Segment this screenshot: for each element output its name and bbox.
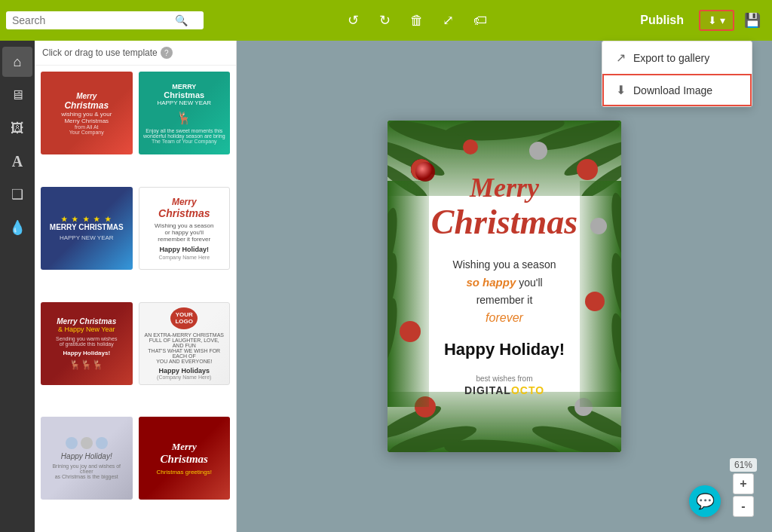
card-content: Merry Christmas Wishing you a season so … [431,121,577,396]
search-input[interactable] [12,14,170,26]
brand-octo: OCTO [511,384,544,396]
template-item-7[interactable]: Happy Holiday! Brining you joy and wishe… [41,417,133,500]
card-best-wishes-text: best wishes from [476,375,532,383]
help-icon[interactable]: ? [161,47,173,59]
chat-icon: 💬 [696,492,715,510]
svg-point-23 [400,321,421,342]
template-panel: Click or drag to use template ? Merry Ch… [35,41,237,532]
image-icon: 🖼 [11,121,24,136]
delete-button[interactable]: 🗑 [403,7,430,34]
chat-bubble-button[interactable]: 💬 [689,485,721,517]
download-dropdown-button[interactable]: ⬇ ▾ [699,10,734,31]
main-toolbar: 🔍 ↺ ↻ 🗑 ⤢ 🏷 Publish ⬇ ▾ 💾 [0,0,772,41]
template-item-2[interactable]: MERRY Christmas HAPPY NEW YEAR 🦌 Enjoy a… [139,72,231,154]
redo-button[interactable]: ↻ [372,7,399,34]
sidebar-image-button[interactable]: 🖼 [2,113,32,143]
template-item-5[interactable]: Merry Christmas & Happy New Year Sending… [41,302,133,385]
template-item-3[interactable]: ★ ★ ★ ★ ★ MERRY CHRISTMAS HAPPY NEW YEAR [41,187,133,270]
svg-point-25 [608,252,621,321]
text-icon: A [12,153,23,170]
layers-icon: ❑ [11,186,23,203]
monitor-icon: 🖥 [11,87,24,103]
search-icon: 🔍 [175,14,188,26]
christmas-card[interactable]: Merry Christmas Wishing you a season so … [388,121,621,452]
tag-button[interactable]: 🏷 [467,7,494,34]
download-arrow-icon: ⬇ [708,14,717,26]
card-wishing-text: Wishing you a season so happy you'll rem… [453,256,556,327]
svg-point-22 [388,297,401,366]
publish-button[interactable]: Publish [630,9,694,32]
download-image-icon: ⬇ [616,83,626,97]
card-brand-text: DIGITALOCTO [464,384,544,396]
svg-point-28 [590,218,607,234]
sidebar-monitor-button[interactable]: 🖥 [2,80,32,110]
dropdown-caret-icon: ▾ [720,14,725,26]
svg-point-24 [608,191,621,261]
template-item-4[interactable]: Merry Christmas Wishing you a season or … [139,187,231,270]
template-item-6[interactable]: YOURLOGO AN EXTRA-MERRY CHRISTMAS FULL O… [139,302,231,385]
main-layout: ⌂ 🖥 🖼 A ❑ 💧 Click or drag to use templat… [0,41,772,532]
template-item-8[interactable]: Merry Christmas Christmas greetings! [139,417,231,500]
sidebar-droplet-button[interactable]: 💧 [2,212,32,243]
brand-digital: DIGITAL [464,384,511,396]
download-dropdown-menu: ↗ Export to gallery ⬇ Download Image [602,41,752,107]
save-button[interactable]: 💾 [739,7,766,34]
card-border-left [388,181,429,407]
search-box[interactable]: 🔍 [6,11,204,29]
sidebar-text-button[interactable]: A [2,146,32,176]
template-item-1[interactable]: Merry Christmas wishing you & your Merry… [41,72,133,154]
export-to-gallery-item[interactable]: ↗ Export to gallery [602,41,752,74]
sidebar-layers-button[interactable]: ❑ [2,179,32,209]
zoom-level-label: 61% [730,458,757,472]
card-border-right [580,181,621,407]
svg-point-26 [608,312,621,381]
svg-point-9 [577,159,598,180]
droplet-icon: 💧 [9,219,26,236]
card-merry-text: Merry [470,173,539,203]
export-gallery-label: Export to gallery [633,52,709,64]
undo-button[interactable]: ↺ [340,7,367,34]
export-gallery-icon: ↗ [616,50,626,65]
icon-sidebar: ⌂ 🖥 🖼 A ❑ 💧 [0,41,35,532]
template-panel-header: Click or drag to use template ? [35,41,236,66]
zoom-out-button[interactable]: - [733,496,754,517]
card-happy-holiday-text: Happy Holiday! [444,340,565,359]
download-image-label: Download Image [633,84,712,96]
template-panel-label: Click or drag to use template [42,47,158,58]
canvas-area[interactable]: Merry Christmas Wishing you a season so … [237,41,772,532]
zoom-in-button[interactable]: + [733,473,754,494]
card-christmas-text: Christmas [431,203,577,242]
resize-button[interactable]: ⤢ [435,7,462,34]
zoom-controls: 61% + - [730,458,757,517]
template-grid: Merry Christmas wishing you & your Merry… [35,66,236,532]
svg-point-27 [585,292,605,311]
sidebar-home-button[interactable]: ⌂ [2,47,32,77]
home-icon: ⌂ [14,54,22,70]
download-image-item[interactable]: ⬇ Download Image [602,74,752,106]
